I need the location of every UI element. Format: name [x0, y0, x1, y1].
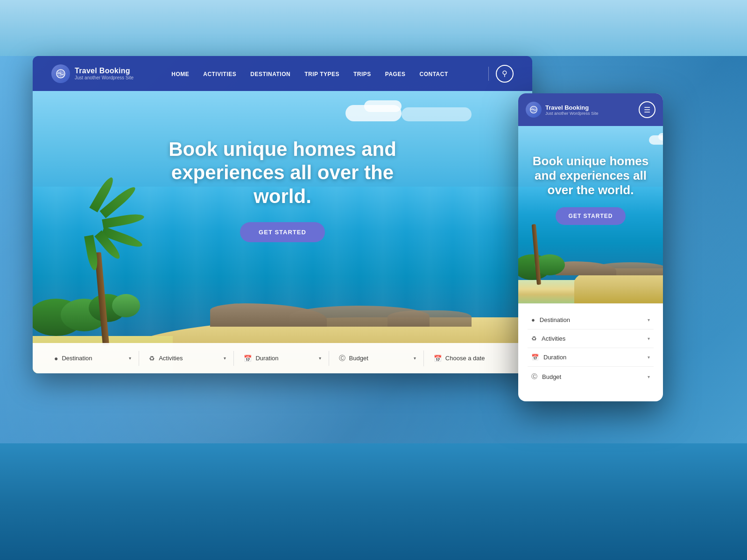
- outer-water: [0, 443, 747, 560]
- hero-title: Book unique homes and experiences all ov…: [142, 138, 423, 208]
- mobile-hero-content: Book unique homes and experiences all ov…: [518, 126, 663, 225]
- nav-trips[interactable]: TRIPS: [353, 71, 371, 77]
- desktop-navbar: Travel Booking Just another Wordpress Si…: [33, 56, 532, 91]
- mobile-navbar: Travel Booking Just another Wordpress Si…: [518, 93, 663, 126]
- cloud-2: [364, 100, 402, 112]
- logo-icon: [51, 64, 70, 83]
- mobile-hero: Book unique homes and experiences all ov…: [518, 126, 663, 303]
- mobile-budget-label: Budget: [542, 373, 648, 380]
- duration-icon: 📅: [244, 355, 252, 362]
- hero-content: Book unique homes and experiences all ov…: [142, 138, 423, 242]
- activities-arrow: ▾: [224, 356, 226, 361]
- budget-field[interactable]: Ⓒ Budget ▾: [331, 350, 424, 366]
- hamburger-menu-button[interactable]: ☰: [639, 101, 655, 118]
- budget-icon: Ⓒ: [339, 354, 345, 363]
- mobile-destination-field[interactable]: ● Destination ▾: [528, 311, 654, 329]
- mobile-browser-window: Travel Booking Just another Wordpress Si…: [518, 93, 663, 401]
- mobile-duration-label: Duration: [543, 354, 648, 361]
- nav-divider: [488, 67, 489, 81]
- nav-trip-types[interactable]: TRIP TYPES: [304, 71, 339, 77]
- duration-field[interactable]: 📅 Duration ▾: [236, 351, 329, 366]
- get-started-button[interactable]: GET STARTED: [240, 222, 325, 242]
- duration-label: Duration: [255, 355, 278, 362]
- mobile-destination-arrow: ▾: [648, 317, 650, 322]
- mobile-logo-icon: [526, 102, 542, 118]
- search-button[interactable]: ⚲: [496, 65, 514, 83]
- desktop-logo-text: Travel Booking Just another Wordpress Si…: [75, 67, 134, 80]
- mobile-duration-field[interactable]: 📅 Duration ▾: [528, 348, 654, 367]
- mobile-activities-field[interactable]: ♻ Activities ▾: [528, 329, 654, 348]
- nav-pages[interactable]: PAGES: [385, 71, 406, 77]
- mobile-location-icon: ●: [531, 316, 535, 323]
- location-icon: ●: [54, 355, 58, 362]
- destination-label: Destination: [62, 355, 92, 362]
- mobile-budget-icon: Ⓒ: [531, 372, 537, 381]
- nav-destination[interactable]: DESTINATION: [250, 71, 290, 77]
- nav-home[interactable]: HOME: [171, 71, 189, 77]
- mobile-activities-icon: ♻: [531, 335, 537, 342]
- desktop-logo: Travel Booking Just another Wordpress Si…: [51, 64, 134, 83]
- outer-sky: [0, 0, 747, 56]
- mobile-logo: Travel Booking Just another Wordpress Si…: [526, 102, 598, 118]
- cloud-3: [402, 107, 472, 121]
- mobile-destination-label: Destination: [540, 316, 648, 323]
- clouds: [345, 100, 486, 138]
- activities-icon: ♻: [149, 355, 155, 362]
- mobile-budget-field[interactable]: Ⓒ Budget ▾: [528, 367, 654, 386]
- desktop-nav-links: HOME ACTIVITIES DESTINATION TRIP TYPES T…: [171, 70, 448, 78]
- date-field[interactable]: 📅 Choose a date: [426, 351, 518, 366]
- desktop-search-bar: ● Destination ▾ ♻ Activities ▾ 📅 Duratio…: [33, 343, 532, 373]
- mobile-activities-label: Activities: [542, 335, 648, 342]
- mobile-duration-icon: 📅: [531, 354, 539, 361]
- destination-arrow: ▾: [129, 356, 131, 361]
- mobile-duration-arrow: ▾: [648, 355, 650, 360]
- mobile-budget-arrow: ▾: [648, 374, 650, 379]
- palm-tree: [61, 182, 154, 345]
- desktop-browser-window: Travel Booking Just another Wordpress Si…: [33, 56, 532, 373]
- mobile-search-panel: ● Destination ▾ ♻ Activities ▾ 📅 Duratio…: [518, 303, 663, 393]
- destination-field[interactable]: ● Destination ▾: [47, 351, 139, 366]
- duration-arrow: ▾: [319, 356, 321, 361]
- date-label: Choose a date: [445, 355, 485, 362]
- budget-arrow: ▾: [414, 356, 416, 361]
- mobile-hero-title: Book unique homes and experiences all ov…: [528, 154, 654, 198]
- desktop-hero: Book unique homes and experiences all ov…: [33, 91, 532, 373]
- activities-field[interactable]: ♻ Activities ▾: [141, 351, 234, 366]
- budget-label: Budget: [349, 355, 368, 362]
- date-icon: 📅: [434, 355, 442, 362]
- rock-3: [388, 310, 472, 327]
- mobile-logo-text: Travel Booking Just another Wordpress Si…: [545, 104, 598, 116]
- mobile-activities-arrow: ▾: [648, 336, 650, 341]
- activities-label: Activities: [159, 355, 183, 362]
- rocks: [173, 289, 509, 327]
- palm-leaves: [70, 201, 154, 261]
- nav-activities[interactable]: ACTIVITIES: [203, 71, 236, 77]
- palm-leaf-6: [84, 235, 99, 271]
- mobile-rock-2: [593, 262, 663, 275]
- nav-contact[interactable]: CONTACT: [419, 71, 448, 77]
- mobile-get-started-button[interactable]: GET STARTED: [556, 207, 626, 225]
